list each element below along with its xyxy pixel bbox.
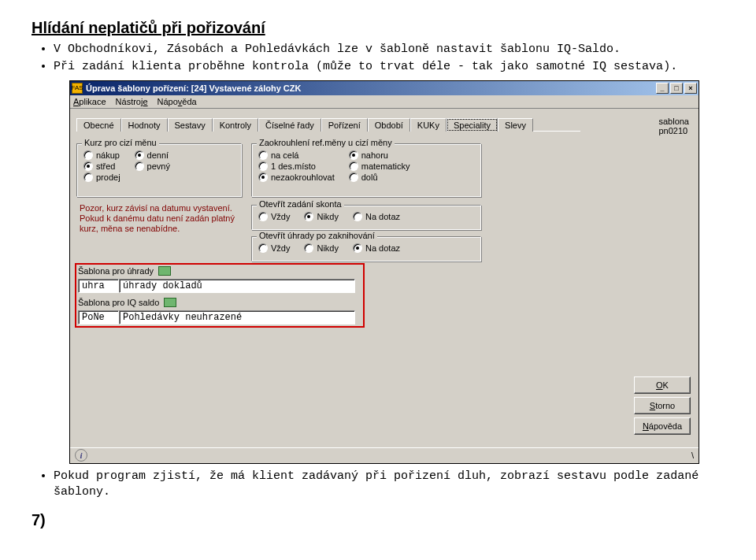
group-uhrady: Otevřít úhrady po zaknihování Vždy Nikdy… xyxy=(251,236,481,261)
tabs: Obecné Hodnoty Sestavy Kontroly Číselné … xyxy=(76,118,692,132)
menu-napoveda[interactable]: Nápověda xyxy=(158,97,197,106)
close-button[interactable]: × xyxy=(684,83,697,94)
menubar: Aplikace Nástroje Nápověda xyxy=(70,95,699,109)
button-column: OK Storno Nápověda xyxy=(634,376,691,435)
tab-porizeni[interactable]: Pořízení xyxy=(321,118,368,132)
radio-denni[interactable]: denní xyxy=(135,150,170,160)
warning-text: Pozor, kurz závisí na datumu vystavení. … xyxy=(80,203,237,235)
tab-hodnoty[interactable]: Hodnoty xyxy=(121,118,168,132)
tab-kontroly[interactable]: Kontroly xyxy=(213,118,258,132)
sablona-uhrady-code[interactable]: uhra xyxy=(78,279,119,293)
tab-ciselne-rady[interactable]: Číselné řady xyxy=(258,118,321,132)
tab-speciality[interactable]: Speciality xyxy=(447,118,498,132)
bullet-list-bottom: Pokud program zjistí, že má klient zadáv… xyxy=(32,469,724,501)
group-zaokrouhleni: Zaokrouhlení ref.měny u cizí měny na cel… xyxy=(251,143,481,197)
radio-na-cela[interactable]: na celá xyxy=(258,150,335,160)
tab-obecne[interactable]: Obecné xyxy=(76,118,121,132)
client-area: sablona pn0210 Obecné Hodnoty Sestavy Ko… xyxy=(70,109,699,463)
group-skonto-title: Otevřít zadání skonta xyxy=(257,199,344,209)
bullet-2: Při zadání klienta proběhne kontrola (mů… xyxy=(54,59,724,75)
radio-skonto-vzdy[interactable]: Vždy xyxy=(258,212,290,221)
minimize-button[interactable]: _ xyxy=(656,83,669,94)
group-zaokrouhleni-title: Zaokrouhlení ref.měny u cizí měny xyxy=(257,138,395,147)
app-window: FAS Úprava šablony pořízení: [24] Vystav… xyxy=(69,80,699,464)
menu-aplikace[interactable]: Aplikace xyxy=(73,97,106,106)
tab-kuky[interactable]: KUKy xyxy=(410,118,447,132)
statusbar: i \ xyxy=(70,447,699,463)
radio-nakup[interactable]: nákup xyxy=(83,150,120,160)
tab-slevy[interactable]: Slevy xyxy=(498,118,533,132)
radio-nezaokr[interactable]: nezaokrouhlovat xyxy=(258,172,335,182)
status-slash: \ xyxy=(691,451,694,460)
sablona-uhrady-desc[interactable]: úhrady dokladů xyxy=(119,279,355,293)
radio-prodej[interactable]: prodej xyxy=(83,172,120,182)
radio-dolu[interactable]: dolů xyxy=(349,172,410,182)
titlebar: FAS Úprava šablony pořízení: [24] Vystav… xyxy=(70,81,699,95)
group-kurz-title: Kurz pro cizí měnu xyxy=(82,138,159,147)
group-kurz: Kurz pro cizí měnu nákup střed prodej de… xyxy=(76,143,242,197)
group-skonto: Otevřít zadání skonta Vždy Nikdy Na dota… xyxy=(251,205,481,230)
group-uhrady-title: Otevřít úhrady po zaknihování xyxy=(257,231,377,240)
ok-button[interactable]: OK xyxy=(634,376,691,394)
radio-matem[interactable]: matematicky xyxy=(349,161,410,171)
sablona-info: sablona pn0210 xyxy=(658,117,689,135)
tab-sestavy[interactable]: Sestavy xyxy=(168,118,213,132)
folder-icon[interactable] xyxy=(158,266,171,276)
tab-obdobi[interactable]: Období xyxy=(368,118,410,132)
menu-nastroje[interactable]: Nástroje xyxy=(116,97,148,106)
row-sablona-uhrady-label: Šablona pro úhrady xyxy=(78,266,171,276)
window-title: Úprava šablony pořízení: [24] Vystavené … xyxy=(86,83,301,93)
storno-button[interactable]: Storno xyxy=(634,397,691,414)
sablona-iq-code[interactable]: PoNe xyxy=(78,310,119,325)
radio-uhrady-nadotaz[interactable]: Na dotaz xyxy=(353,243,400,253)
bullet-1: V Obchodníkovi, Zásobách a Pohledávkách … xyxy=(54,42,724,57)
radio-skonto-nadotaz[interactable]: Na dotaz xyxy=(353,212,400,221)
info-icon[interactable]: i xyxy=(75,449,87,462)
bullet-3: Pokud program zjistí, že má klient zadáv… xyxy=(54,469,724,501)
radio-skonto-nikdy[interactable]: Nikdy xyxy=(304,212,339,221)
radio-1des[interactable]: 1 des.místo xyxy=(258,161,335,171)
radio-nahoru[interactable]: nahoru xyxy=(349,150,410,160)
radio-uhrady-nikdy[interactable]: Nikdy xyxy=(304,243,339,253)
sablona-iq-desc[interactable]: Pohledávky neuhrazené xyxy=(119,310,355,325)
sablona-uhrady-label: Šablona pro úhrady xyxy=(78,266,154,276)
sablona-label: sablona xyxy=(658,117,689,126)
sablona-value: pn0210 xyxy=(658,126,689,135)
section-number-7: 7) xyxy=(32,511,724,529)
bullet-list-top: V Obchodníkovi, Zásobách a Pohledávkách … xyxy=(32,42,724,76)
doc-title: Hlídání neplatičů při pořizování xyxy=(32,19,724,37)
radio-pevny[interactable]: pevný xyxy=(135,161,170,171)
row-sablona-iq-label: Šablona pro IQ saldo xyxy=(78,298,176,307)
napoveda-button[interactable]: Nápověda xyxy=(634,417,691,435)
maximize-button[interactable]: □ xyxy=(670,83,683,94)
radio-stred[interactable]: střed xyxy=(83,161,120,171)
sablona-iq-label: Šablona pro IQ saldo xyxy=(78,298,159,307)
radio-uhrady-vzdy[interactable]: Vždy xyxy=(258,243,290,253)
app-icon: FAS xyxy=(72,83,83,94)
folder-icon[interactable] xyxy=(164,298,176,307)
